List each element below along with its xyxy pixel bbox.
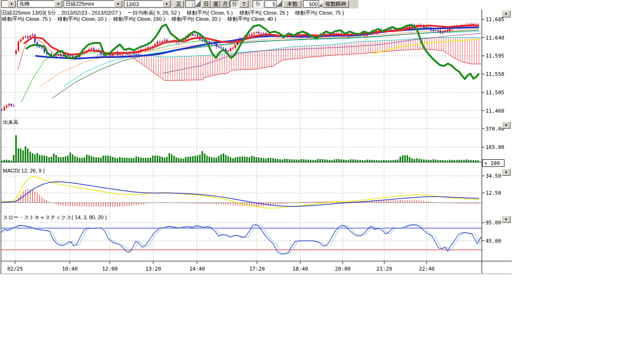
macd-pane-menu-button[interactable]: ▼ (502, 169, 511, 176)
price-pane[interactable] (1, 23, 482, 111)
chart-application-window: { "toolbar": { "mini_combo_value": "", "… (0, 0, 644, 362)
volume-multiplier-badge: × 100 (482, 159, 504, 167)
x-axis-tick-label: 10:40 (62, 266, 77, 272)
x-axis-tick-label: 20:00 (335, 266, 350, 272)
volume-pane-menu-button[interactable]: ▼ (502, 122, 511, 129)
axis-tick-label: 45.00 (486, 238, 501, 244)
x-axis-tick-label: 13:20 (145, 266, 161, 272)
volume-pane-label: 出来高 (3, 119, 18, 126)
volume-pane[interactable] (1, 135, 482, 162)
x-axis-tick-label: 17:20 (249, 266, 264, 272)
chart-canvas[interactable]: 11,68511,64011,59511,55011,50511,460370.… (0, 0, 644, 362)
axis-tick-label: 11,595 (486, 53, 504, 59)
price-pane-menu-button[interactable]: ▼ (502, 10, 511, 17)
x-axis-tick-label: 02/25 (7, 266, 23, 272)
axis-tick-label: 11,505 (486, 90, 504, 96)
axis-tick-label: 12.50 (486, 190, 501, 196)
chart-title-legend-line2: 移動平均( Close, 75 ) 移動平均( Close, 10 ) 移動平均… (2, 16, 276, 23)
x-axis-tick-label: 12:00 (102, 266, 117, 272)
stoch-pane[interactable] (1, 224, 482, 254)
x-axis-tick-label: 18:40 (292, 266, 308, 272)
macd-pane-label: MACD( 12, 26, 9 ) (3, 168, 45, 173)
ma40-darkgreen (52, 30, 479, 99)
axis-tick-label: 95.00 (486, 220, 501, 226)
axis-tick-label: 165.00 (486, 144, 504, 150)
x-axis-tick-label: 21:20 (376, 266, 392, 272)
stoch-pane-label: スロー・ストキャスティクス( 14, 3, 80, 20 ) (3, 214, 107, 221)
axis-tick-label: 11,460 (486, 108, 504, 114)
stoch-pane-menu-button[interactable]: ▼ (502, 216, 511, 223)
axis-tick-label: 34.50 (486, 173, 501, 179)
ma75-cyan (64, 32, 481, 86)
gridlines (1, 9, 482, 261)
x-axis-tick-label: 22:40 (419, 266, 434, 272)
axes: 11,68511,64011,59511,55011,50511,460370.… (0, 9, 512, 274)
x-axis-tick-label: 14:40 (189, 266, 205, 272)
macd-pane[interactable] (1, 177, 482, 208)
axis-tick-label: 11,550 (486, 71, 504, 77)
axis-tick-label: 11,640 (486, 35, 504, 41)
